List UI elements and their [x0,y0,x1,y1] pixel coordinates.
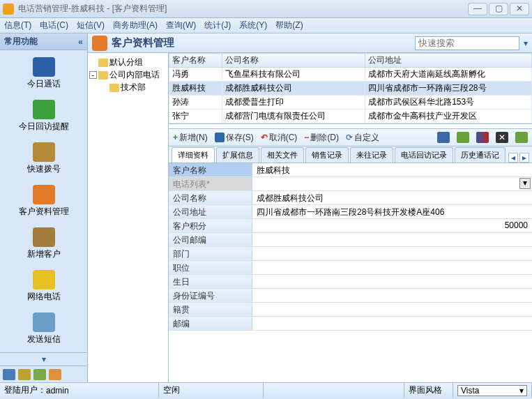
sidebar-more-icon[interactable]: ▾ [0,352,87,366]
custom-button[interactable]: ⟳ 自定义 [346,132,379,144]
tree-node[interactable]: 默认分组 [89,56,167,68]
tab[interactable]: 相关文件 [261,147,304,163]
footer-icon-1[interactable] [3,369,15,380]
sidebar-item[interactable]: 发送短信 [0,308,87,351]
grid-cell: 张宁 [169,110,222,123]
sidebar-item[interactable]: 今日通话 [0,53,87,96]
group-tree: 默认分组-公司内部电话技术部 [88,53,169,382]
form-value[interactable]: ▾ [252,177,532,190]
minimize-button[interactable]: — [468,3,487,15]
form-value[interactable] [252,275,532,288]
search-input[interactable] [415,36,519,50]
dropdown-icon[interactable]: ▾ [519,178,531,189]
sidebar-item-label: 新增客户 [1,248,86,260]
tab[interactable]: 历史通话记 [455,147,506,163]
theme-select[interactable]: Vista ▾ [457,385,527,396]
menu-bar: 信息(T)电话(C)短信(V)商务助理(A)查询(W)统计(J)系统(Y)帮助(… [0,18,532,33]
tool-icon-close[interactable]: ✕ [496,132,508,143]
footer-icon-4[interactable] [49,369,61,380]
grid-cell: 孙涛 [169,96,222,110]
menu-item[interactable]: 商务助理(A) [113,20,158,31]
tool-icon-3[interactable] [476,132,489,143]
table-row[interactable]: 张宁成都营门电缆有限责任公司成都市金牛高科技产业开发区 [169,110,532,123]
form-row[interactable]: 客户积分50000 [169,219,532,233]
form-label: 职位 [169,261,252,274]
tree-expand-icon[interactable]: - [89,71,97,79]
form-row[interactable]: 公司名称成都胜威科技公司 [169,191,532,205]
grid-header[interactable]: 客户名称 [169,54,222,68]
table-row[interactable]: 冯勇飞鱼星科技有限公司成都市天府大道南延线高新孵化 [169,68,532,82]
tab[interactable]: 销售记录 [305,147,349,163]
table-row[interactable]: 孙涛成都爱普生打印成都市武侯区科华北路153号 [169,96,532,110]
grid-cell: 成都市武侯区科华北路153号 [365,96,532,110]
menu-item[interactable]: 电话(C) [40,20,68,31]
tab[interactable]: 扩展信息 [216,147,259,163]
tree-node[interactable]: 技术部 [89,81,167,93]
cancel-button[interactable]: ↶ 取消(C) [261,132,298,144]
grid-header[interactable]: 公司名称 [222,54,365,68]
sidebar-collapse-icon[interactable]: « [78,37,83,47]
tab-nav-icon[interactable]: ▸ [519,153,529,163]
tab[interactable]: 来往记录 [350,147,393,163]
detail-tabs: 详细资料扩展信息相关文件销售记录来往记录电话回访记录历史通话记◂▸ [169,146,532,163]
sidebar-item-label: 网络电话 [1,291,86,303]
menu-item[interactable]: 短信(V) [77,20,105,31]
sidebar-item[interactable]: 快速拨号 [0,138,87,181]
form-row[interactable]: 身份证编号 [169,289,532,303]
sidebar-item[interactable]: 客户资料管理 [0,181,87,223]
form-value[interactable] [252,317,532,330]
form-row[interactable]: 部门 [169,247,532,261]
form-row[interactable]: 邮编 [169,317,532,331]
tree-node[interactable]: -公司内部电话 [89,68,167,81]
tool-icon-4[interactable] [515,132,528,143]
customer-grid: 客户名称公司名称公司地址冯勇飞鱼星科技有限公司成都市天府大道南延线高新孵化胜威科… [169,53,532,124]
tab[interactable]: 详细资料 [172,147,215,163]
form-value[interactable] [252,233,532,246]
close-button[interactable]: ✕ [510,3,529,15]
sidebar-footer [0,366,87,382]
tool-icon-2[interactable] [457,132,469,143]
form-value[interactable]: 50000 [252,219,532,232]
add-button[interactable]: + 新增(N) [173,132,208,144]
status-theme-label: 界面风格 [409,384,442,396]
tree-label: 公司内部电话 [109,70,160,80]
tab-nav-icon[interactable]: ◂ [508,153,518,163]
form-value[interactable]: 成都胜威科技公司 [252,191,532,204]
form-row[interactable]: 电话列表*▾ [169,177,532,191]
form-row[interactable]: 生日 [169,275,532,289]
tab[interactable]: 电话回访记录 [395,147,453,163]
table-row[interactable]: 胜威科技成都胜威科技公司四川省成都市一环路南三段28号 [169,82,532,96]
delete-button[interactable]: − 删除(D) [304,132,339,144]
form-label: 部门 [169,247,252,260]
sidebar-item[interactable]: 今日回访提醒 [0,96,87,138]
form-row[interactable]: 公司地址四川省成都市一环路南三段28号科技开发楼A座406 [169,205,532,219]
search-dropdown-icon[interactable]: ▾ [524,38,528,48]
footer-icon-2[interactable] [18,369,31,380]
footer-icon-3[interactable] [33,369,46,380]
menu-item[interactable]: 统计(J) [204,20,231,31]
grid-cell: 成都市天府大道南延线高新孵化 [365,68,532,82]
app-icon [3,3,14,15]
sidebar-item-label: 今日回访提醒 [1,121,86,133]
form-value[interactable] [252,261,532,274]
menu-item[interactable]: 系统(Y) [239,20,267,31]
form-value[interactable]: 四川省成都市一环路南三段28号科技开发楼A座406 [252,205,532,218]
tool-icon-1[interactable] [437,132,450,143]
form-row[interactable]: 客户名称胜威科技 [169,163,532,177]
form-value[interactable] [252,289,532,302]
form-row[interactable]: 籍贯 [169,303,532,317]
form-value[interactable] [252,247,532,260]
sidebar-item[interactable]: 新增客户 [0,223,87,266]
menu-item[interactable]: 帮助(Z) [275,20,303,31]
grid-header[interactable]: 公司地址 [365,54,532,68]
form-row[interactable]: 职位 [169,261,532,275]
maximize-button[interactable]: ▢ [489,3,508,15]
form-value[interactable]: 胜威科技 [252,163,532,176]
save-button[interactable]: 保存(S) [215,132,254,144]
menu-item[interactable]: 查询(W) [166,20,196,31]
form-label: 身份证编号 [169,289,252,302]
menu-item[interactable]: 信息(T) [4,20,31,31]
form-row[interactable]: 公司邮编 [169,233,532,247]
sidebar-item[interactable]: 网络电话 [0,266,87,308]
form-value[interactable] [252,303,532,316]
